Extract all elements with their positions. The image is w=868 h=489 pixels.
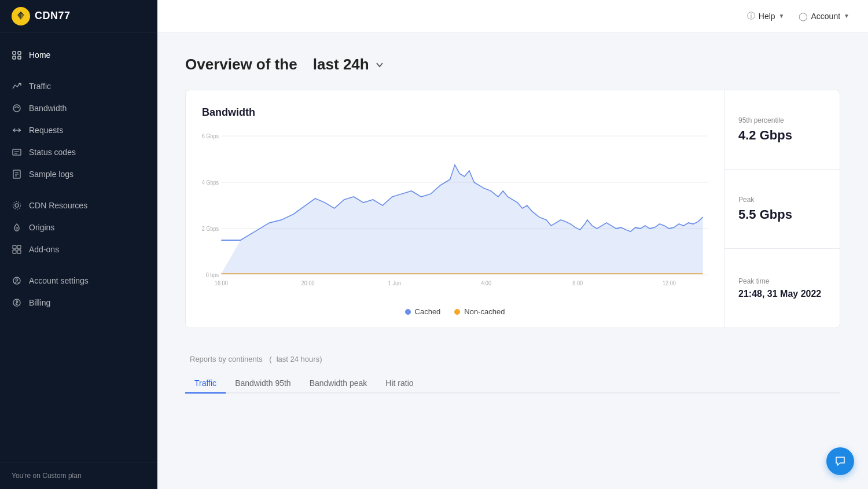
legend-noncached: Non-cached <box>454 307 505 316</box>
sidebar-item-sample-logs-label: Sample logs <box>29 170 73 179</box>
page-content: Overview of the last 24h Bandwidth <box>157 32 868 489</box>
stat-percentile: 95th percentile 4.2 Gbps <box>724 90 840 170</box>
noncached-label: Non-cached <box>464 307 505 316</box>
svg-rect-3 <box>13 56 16 59</box>
tab-hit-ratio[interactable]: Hit ratio <box>376 374 422 394</box>
svg-rect-20 <box>13 250 16 253</box>
cached-dot <box>405 309 411 315</box>
sidebar-item-account-settings-label: Account settings <box>29 276 89 285</box>
account-chevron-icon: ▼ <box>844 13 849 19</box>
cached-label: Cached <box>415 307 441 316</box>
sidebar-item-status-codes[interactable]: Status codes <box>0 141 157 163</box>
sidebar-item-home[interactable]: Home <box>0 44 157 66</box>
addons-icon <box>12 244 22 255</box>
tab-traffic[interactable]: Traffic <box>185 374 226 394</box>
reports-subtitle: (last 24 hours) <box>267 355 322 363</box>
origins-icon <box>12 222 22 233</box>
reports-section: Reports by continents (last 24 hours) Tr… <box>185 351 840 394</box>
legend-cached: Cached <box>405 307 441 316</box>
peak-time-label: Peak time <box>738 277 826 285</box>
svg-point-15 <box>15 204 19 207</box>
sidebar-item-origins[interactable]: Origins <box>0 216 157 238</box>
svg-text:12:00: 12:00 <box>663 280 676 286</box>
sidebar-item-bandwidth-label: Bandwidth <box>29 104 67 113</box>
svg-text:20:00: 20:00 <box>301 280 315 286</box>
sidebar-item-origins-label: Origins <box>29 223 54 232</box>
svg-point-16 <box>13 202 21 209</box>
chart-area: 6 Gbps 4 Gbps 2 Gbps 0 bps 16:00 20:00 <box>202 130 708 298</box>
sidebar-item-bandwidth[interactable]: Bandwidth <box>0 97 157 119</box>
noncached-dot <box>454 309 460 315</box>
account-icon: ◯ <box>799 12 808 21</box>
sidebar-nav: Home Traffic Bandwidth <box>0 32 157 462</box>
sidebar-item-sample-logs[interactable]: Sample logs <box>0 163 157 185</box>
reports-tabs: Traffic Bandwidth 95th Bandwidth peak Hi… <box>185 374 840 394</box>
sidebar-item-addons[interactable]: Add-ons <box>0 238 157 260</box>
sidebar-item-requests[interactable]: Requests <box>0 119 157 141</box>
bandwidth-icon <box>12 103 22 113</box>
page-title-bold: last 24h <box>313 56 369 73</box>
sidebar-item-home-label: Home <box>29 50 50 60</box>
svg-rect-2 <box>18 52 21 54</box>
help-icon: ⓘ <box>747 11 755 21</box>
logo[interactable]: CDN77 <box>0 0 157 32</box>
help-chevron-icon: ▼ <box>779 13 785 19</box>
percentile-label: 95th percentile <box>738 116 826 124</box>
svg-rect-21 <box>17 250 21 253</box>
account-menu[interactable]: ◯ Account ▼ <box>799 12 850 21</box>
reports-title: Reports by continents (last 24 hours) <box>185 351 840 365</box>
time-range-dropdown[interactable] <box>375 60 384 69</box>
billing-icon <box>12 297 22 308</box>
home-icon <box>12 50 22 60</box>
page-title-prefix: Overview of the <box>185 56 297 73</box>
bandwidth-chart-card: Bandwidth 6 Gbps 4 Gbps 2 Gbps 0 bps <box>185 90 840 328</box>
svg-point-17 <box>16 227 18 229</box>
topbar: ⓘ Help ▼ ◯ Account ▼ <box>157 0 868 32</box>
svg-text:4:00: 4:00 <box>481 280 491 286</box>
sidebar-item-addons-label: Add-ons <box>29 245 59 254</box>
sidebar-item-account-settings[interactable]: Account settings <box>0 270 157 292</box>
bandwidth-svg-chart: 6 Gbps 4 Gbps 2 Gbps 0 bps 16:00 20:00 <box>202 130 708 286</box>
sidebar-item-status-codes-label: Status codes <box>29 148 76 157</box>
svg-text:1 Jun: 1 Jun <box>388 280 401 286</box>
sidebar: CDN77 Home Traffic <box>0 0 157 489</box>
peak-time-value: 21:48, 31 May 2022 <box>738 289 826 299</box>
tab-bandwidth-peak[interactable]: Bandwidth peak <box>300 374 377 394</box>
svg-text:0 bps: 0 bps <box>206 271 219 278</box>
chart-title: Bandwidth <box>202 106 708 119</box>
traffic-icon <box>12 81 22 91</box>
svg-rect-19 <box>17 245 21 249</box>
help-menu[interactable]: ⓘ Help ▼ <box>747 11 785 21</box>
cdn77-logo-icon <box>12 7 30 25</box>
svg-rect-4 <box>18 56 21 59</box>
requests-icon <box>12 125 22 135</box>
svg-rect-1 <box>13 52 16 54</box>
sidebar-item-billing[interactable]: Billing <box>0 292 157 314</box>
account-settings-icon <box>12 275 22 286</box>
logo-text: CDN77 <box>35 10 71 22</box>
sidebar-item-billing-label: Billing <box>29 298 50 307</box>
peak-label: Peak <box>738 196 826 204</box>
sidebar-item-cdn-resources[interactable]: CDN Resources <box>0 194 157 216</box>
tab-bandwidth-95th[interactable]: Bandwidth 95th <box>226 374 300 394</box>
sidebar-item-traffic[interactable]: Traffic <box>0 75 157 97</box>
chat-button[interactable] <box>826 447 854 475</box>
svg-point-5 <box>13 105 20 112</box>
chat-icon <box>834 455 847 468</box>
sample-logs-icon <box>12 169 22 179</box>
svg-rect-18 <box>13 245 16 249</box>
sidebar-item-requests-label: Requests <box>29 126 63 135</box>
svg-text:2 Gbps: 2 Gbps <box>202 225 219 232</box>
main-content: ⓘ Help ▼ ◯ Account ▼ Overview of the las… <box>157 0 868 489</box>
chevron-down-icon <box>375 60 384 69</box>
cdn-resources-icon <box>12 200 22 211</box>
sidebar-item-traffic-label: Traffic <box>29 82 51 91</box>
help-label: Help <box>759 12 775 21</box>
page-title: Overview of the last 24h <box>185 56 840 73</box>
peak-value: 5.5 Gbps <box>738 207 826 222</box>
plan-info: You're on Custom plan <box>0 462 157 489</box>
svg-text:6 Gbps: 6 Gbps <box>202 133 219 139</box>
svg-text:16:00: 16:00 <box>215 280 228 286</box>
sidebar-item-cdn-resources-label: CDN Resources <box>29 201 87 210</box>
svg-point-23 <box>16 279 18 281</box>
